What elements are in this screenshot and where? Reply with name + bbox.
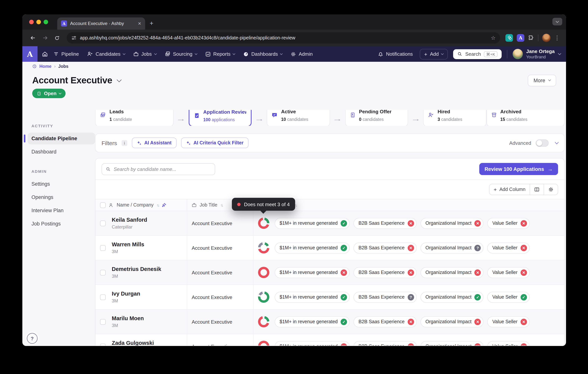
ai-criteria-quick-filter-button[interactable]: AI Criteria Quick Filter [181, 138, 248, 148]
criteria-chip[interactable]: $1M+ in revenue generated ✓ [275, 292, 350, 303]
criteria-chip[interactable]: Value Seller ✕ [487, 267, 530, 278]
browser-menu-icon[interactable]: ⋮ [554, 34, 560, 41]
add-column-button[interactable]: Add Column [490, 184, 530, 195]
minimize-window-button[interactable] [36, 20, 41, 24]
notifications-button[interactable]: Notifications [378, 51, 413, 57]
candidate-name[interactable]: Marilu Moen [112, 315, 144, 321]
bookmark-star-icon[interactable]: ☆ [491, 35, 495, 41]
info-icon[interactable]: i [122, 140, 127, 146]
sidebar-item[interactable]: Job Postings [28, 218, 95, 230]
candidate-name[interactable]: Demetrius Denesik [112, 266, 161, 272]
row-checkbox[interactable] [100, 319, 106, 325]
criteria-chip[interactable]: Value Seller ✕ [487, 218, 530, 229]
stage-card[interactable]: Archived 15 candidates [486, 110, 565, 126]
user-avatar[interactable] [513, 49, 523, 59]
ashby-logo[interactable]: A [22, 46, 38, 62]
sidebar-item[interactable]: Candidate Pipeline [28, 133, 95, 144]
table-settings-button[interactable] [544, 184, 558, 195]
candidate-name[interactable]: Ivy Durgan [112, 291, 140, 297]
stage-card[interactable]: Pending Offer 0 candidates [345, 110, 408, 126]
reload-icon[interactable] [54, 35, 60, 41]
sidebar-item[interactable]: Interview Plan [28, 205, 95, 216]
advanced-toggle[interactable] [536, 139, 549, 147]
select-all-checkbox[interactable] [100, 202, 106, 208]
extensions-puzzle-icon[interactable] [528, 35, 534, 41]
sidebar-item[interactable]: Settings [28, 178, 95, 190]
sort-icon[interactable] [220, 202, 223, 208]
zoom-window-button[interactable] [43, 20, 48, 24]
header-criteria[interactable] [253, 199, 564, 211]
row-checkbox[interactable] [100, 245, 106, 251]
address-bar[interactable]: app.ashbyhq.com/jobs/e24f3252-484a-4654-… [67, 32, 500, 43]
tab-search-button[interactable] [552, 18, 562, 25]
browser-profile-avatar[interactable] [542, 34, 550, 42]
criteria-chip[interactable]: B2B Saas Experience ✕ [354, 316, 417, 327]
stage-card[interactable]: Hired 3 candidates [423, 110, 486, 126]
table-row[interactable]: Marilu Moen 3M Account Executive [95, 310, 564, 334]
more-button[interactable]: More [528, 75, 556, 86]
browser-tab[interactable]: A Account Executive · Ashby ✕ [57, 17, 145, 30]
criteria-chip[interactable]: B2B Saas Experience ✕ [354, 341, 417, 346]
criteria-chip[interactable]: Value Seller ✓ [487, 292, 530, 303]
criteria-chip[interactable]: Value Seller ✕ [487, 316, 530, 327]
sidebar-item[interactable]: Openings [28, 191, 95, 203]
table-row[interactable]: Ivy Durgan 3M Account Executive [95, 285, 564, 310]
row-checkbox[interactable] [100, 343, 106, 346]
breadcrumb-home-link[interactable]: Home [39, 64, 52, 68]
header-name-company[interactable]: Name / Company [95, 199, 187, 211]
stage-card[interactable]: Active 10 candidates [267, 110, 330, 126]
nav-item[interactable]: Dashboards [239, 51, 287, 57]
job-switcher-chevron-icon[interactable] [117, 77, 122, 82]
candidate-name[interactable]: Zada Gulgowski [112, 340, 154, 346]
criteria-chip[interactable]: Value Seller ✕ [487, 242, 530, 253]
criteria-chip[interactable]: $1M+ in revenue generated ✕ [275, 341, 350, 346]
nav-item[interactable]: Jobs [129, 51, 160, 57]
nav-item[interactable]: Candidates [83, 51, 129, 57]
criteria-chip[interactable]: $1M+ in revenue generated ✓ [275, 316, 350, 327]
criteria-chip[interactable]: Organizational Impact ✓ [420, 292, 484, 303]
criteria-chip[interactable]: $1M+ in revenue generated ✓ [275, 242, 350, 253]
ashby-extension-icon[interactable]: A [517, 34, 524, 42]
add-button[interactable]: Add [420, 49, 448, 59]
filters-expand-chevron-icon[interactable] [555, 140, 559, 144]
extension-icon[interactable] [505, 34, 513, 42]
candidate-search[interactable] [102, 163, 215, 175]
criteria-chip[interactable]: Organizational Impact ✕ [420, 316, 484, 327]
sort-icon[interactable] [157, 202, 159, 208]
help-button[interactable]: ? [27, 333, 38, 344]
nav-item[interactable]: Admin [287, 51, 317, 57]
table-row[interactable]: Warren Mills 3M Account Executive [95, 236, 564, 260]
criteria-chip[interactable]: $1M+ in revenue generated ✕ [275, 267, 350, 278]
job-status-badge[interactable]: Open [32, 89, 65, 98]
home-icon[interactable] [42, 51, 48, 57]
sidebar-item[interactable]: Dashboard [28, 146, 95, 158]
criteria-chip[interactable]: B2B Saas Experience ✕ [354, 218, 417, 229]
nav-item[interactable]: Pipeline [49, 51, 83, 57]
review-applications-button[interactable]: Review 100 Applications [479, 163, 558, 175]
site-info-icon[interactable] [71, 35, 76, 41]
criteria-chip[interactable]: B2B Saas Experience ? [354, 292, 417, 303]
criteria-chip[interactable]: Organizational Impact ✕ [420, 267, 484, 278]
ai-assistant-button[interactable]: AI Assistant [132, 138, 177, 148]
criteria-chip[interactable]: B2B Saas Experience ✕ [354, 267, 417, 278]
candidate-name[interactable]: Warren Mills [112, 241, 144, 247]
back-icon[interactable] [30, 35, 36, 41]
global-search-button[interactable]: Search ⌘+K [453, 49, 502, 59]
nav-item[interactable]: Sourcing [160, 51, 201, 57]
table-row[interactable]: Demetrius Denesik 3M Account Executive [95, 260, 564, 285]
criteria-chip[interactable]: Value Seller ✕ [487, 341, 530, 346]
pin-icon[interactable] [162, 203, 167, 207]
stage-card[interactable]: Leads 1 candidate [95, 110, 173, 126]
tab-close-icon[interactable]: ✕ [138, 21, 141, 26]
criteria-chip[interactable]: B2B Saas Experience ✕ [354, 242, 417, 253]
nav-item[interactable]: Reports [201, 51, 239, 57]
new-tab-button[interactable]: + [150, 20, 153, 27]
history-icon[interactable] [32, 64, 37, 68]
criteria-chip[interactable]: $1M+ in revenue generated ✓ [275, 218, 350, 229]
table-row[interactable]: Keila Sanford Caterpillar Account Execut… [95, 211, 564, 236]
criteria-chip[interactable]: Organizational Impact ✕ [420, 218, 484, 229]
row-checkbox[interactable] [100, 220, 106, 226]
column-layout-button[interactable] [530, 184, 544, 195]
close-window-button[interactable] [29, 20, 34, 24]
table-row[interactable]: Zada Gulgowski Caterpillar Account Execu… [95, 334, 564, 346]
